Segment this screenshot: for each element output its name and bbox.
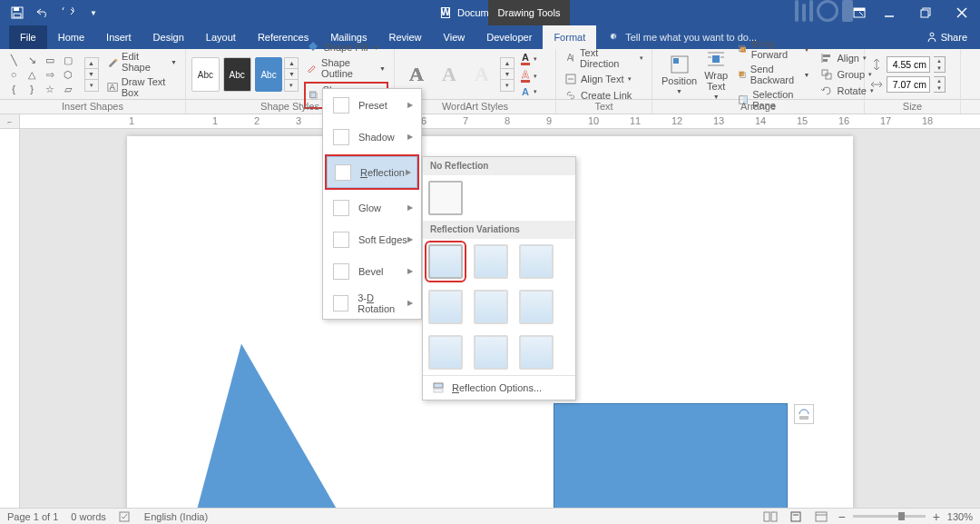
- close-button[interactable]: [944, 0, 980, 25]
- ribbon-display-options-button[interactable]: [848, 0, 871, 25]
- vertical-ruler[interactable]: [0, 129, 20, 508]
- reflection-variation-4[interactable]: [428, 290, 463, 324]
- hexagon-icon[interactable]: ⬡: [60, 68, 76, 81]
- shape-style-1[interactable]: Abc: [191, 57, 220, 92]
- reflection-options-button[interactable]: Reflection Options...: [423, 375, 575, 400]
- no-reflection-header: No Reflection: [423, 157, 575, 175]
- effects-preset-item[interactable]: Preset▶: [326, 89, 418, 121]
- text-outline-button[interactable]: A▾: [518, 68, 540, 84]
- shape-outline-button[interactable]: Shape Outline▼: [304, 56, 388, 80]
- position-button[interactable]: Position▼: [658, 54, 701, 96]
- line-arrow-icon[interactable]: ↘: [24, 54, 40, 66]
- shape-height-field[interactable]: ▲▼: [870, 56, 946, 73]
- language-status[interactable]: English (India): [144, 511, 208, 522]
- shape-rectangle[interactable]: [554, 403, 788, 508]
- rectangle-icon[interactable]: ▭: [42, 54, 58, 66]
- wordart-style-2[interactable]: A: [433, 57, 466, 92]
- share-label: Share: [941, 32, 967, 43]
- no-reflection-option[interactable]: [428, 181, 463, 215]
- height-spinner[interactable]: ▲▼: [934, 56, 946, 73]
- zoom-level[interactable]: 130%: [947, 511, 973, 522]
- tab-layout[interactable]: Layout: [195, 25, 247, 49]
- reflection-variation-5[interactable]: [474, 290, 508, 324]
- text-direction-button[interactable]: AText Direction▾: [562, 46, 646, 70]
- zoom-in-button[interactable]: +: [933, 509, 940, 524]
- shapes-gallery-more[interactable]: ▲▼▾: [84, 57, 99, 92]
- lbrace-icon[interactable]: {: [5, 83, 22, 95]
- effects-glow-item[interactable]: Glow▶: [326, 192, 418, 223]
- tell-me-search[interactable]: Tell me what you want to do...: [609, 32, 757, 43]
- send-backward-button[interactable]: Send Backward▼: [735, 63, 812, 86]
- svg-text:A: A: [109, 82, 115, 92]
- svg-point-16: [930, 33, 934, 36]
- minimize-button[interactable]: [871, 0, 907, 25]
- shape-styles-more[interactable]: ▲▼▾: [284, 57, 299, 92]
- undo-button[interactable]: [31, 2, 54, 24]
- wordart-styles-more[interactable]: ▲▼▾: [500, 57, 514, 92]
- shape-width-input[interactable]: [887, 76, 930, 93]
- zoom-out-button[interactable]: −: [838, 509, 845, 524]
- draw-text-box-button[interactable]: ADraw Text Box: [104, 75, 180, 99]
- callout-icon[interactable]: ▱: [60, 83, 76, 95]
- reflection-variation-3[interactable]: [519, 244, 554, 279]
- reflection-variation-1[interactable]: [428, 244, 463, 279]
- effects-soft-edges-item[interactable]: Soft Edges▶: [326, 223, 418, 255]
- shapes-gallery[interactable]: ╲ ↘ ▭ ▢ ○ △ ⇨ ⬡ { } ☆ ▱: [5, 54, 83, 95]
- reflection-variation-7[interactable]: [428, 335, 463, 370]
- page-status[interactable]: Page 1 of 1: [7, 511, 58, 522]
- triangle-icon[interactable]: △: [24, 68, 40, 81]
- svg-rect-50: [791, 512, 800, 521]
- shape-style-2[interactable]: Abc: [223, 57, 251, 92]
- effects-shadow-item[interactable]: Shadow▶: [326, 121, 418, 153]
- tab-home[interactable]: Home: [47, 25, 95, 49]
- rbrace-icon[interactable]: }: [24, 83, 40, 95]
- reflection-variation-9[interactable]: [519, 335, 554, 370]
- text-effects-button[interactable]: A▾: [518, 85, 540, 98]
- layout-options-button[interactable]: [794, 404, 814, 424]
- effects-bevel-item[interactable]: Bevel▶: [326, 255, 418, 287]
- spell-check-icon[interactable]: [119, 511, 132, 522]
- wrap-text-button[interactable]: Wrap Text▼: [701, 48, 731, 102]
- shape-height-input[interactable]: [887, 56, 930, 73]
- chevron-right-icon: ▶: [407, 101, 413, 109]
- tab-file[interactable]: File: [9, 25, 47, 49]
- oval-icon[interactable]: ○: [5, 68, 22, 81]
- tab-view[interactable]: View: [433, 25, 476, 49]
- star-icon[interactable]: ☆: [42, 83, 58, 95]
- text-fill-button[interactable]: A▾: [518, 51, 540, 66]
- align-text-button[interactable]: Align Text▾: [562, 72, 646, 86]
- qat-customize-button[interactable]: ▼: [82, 2, 105, 24]
- effects-reflection-item[interactable]: Reflection▶: [327, 156, 417, 188]
- reflection-variation-6[interactable]: [519, 290, 554, 324]
- restore-button[interactable]: [907, 0, 944, 25]
- share-button[interactable]: Share: [926, 32, 967, 43]
- arrow-icon[interactable]: ⇨: [42, 68, 58, 81]
- print-layout-button[interactable]: [787, 510, 805, 523]
- tab-insert[interactable]: Insert: [95, 25, 142, 49]
- width-spinner[interactable]: ▲▼: [934, 76, 946, 93]
- title-bar: ▼ W Document1 - Word Drawing Tools: [0, 0, 980, 25]
- word-count[interactable]: 0 words: [71, 511, 106, 522]
- chevron-right-icon: ▶: [407, 235, 413, 243]
- wordart-style-3[interactable]: A: [466, 57, 498, 92]
- web-layout-button[interactable]: [812, 510, 830, 523]
- svg-rect-7: [854, 8, 865, 11]
- zoom-slider[interactable]: [853, 515, 926, 518]
- tab-design[interactable]: Design: [142, 25, 195, 49]
- effects-3d-rotation-item[interactable]: 3-D Rotation▶: [326, 287, 418, 319]
- shape-style-3[interactable]: Abc: [255, 57, 283, 92]
- svg-rect-20: [310, 92, 316, 97]
- redo-button[interactable]: [56, 2, 80, 24]
- wordart-style-1[interactable]: A: [400, 57, 433, 92]
- reflection-variation-2[interactable]: [474, 244, 508, 279]
- line-icon[interactable]: ╲: [5, 54, 22, 66]
- horizontal-ruler[interactable]: ⌐ 1123456789101112131415161718: [0, 114, 980, 129]
- shape-width-field[interactable]: ▲▼: [870, 76, 946, 93]
- reflection-variation-8[interactable]: [474, 335, 508, 370]
- read-mode-button[interactable]: [761, 510, 779, 523]
- shape-fill-button[interactable]: Shape Fill▼: [304, 40, 388, 54]
- save-button[interactable]: [5, 2, 29, 24]
- tab-developer[interactable]: Developer: [475, 25, 543, 49]
- rectangle-icon[interactable]: ▢: [60, 54, 76, 66]
- edit-shape-button[interactable]: Edit Shape▼: [104, 50, 180, 74]
